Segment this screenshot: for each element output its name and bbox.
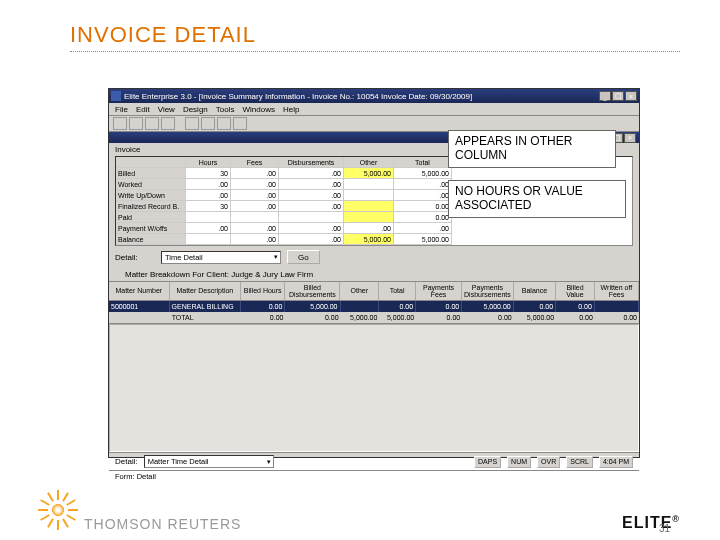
cell: 30 [186, 201, 231, 212]
toolbar-btn[interactable] [145, 117, 159, 130]
slide-title: INVOICE DETAIL [0, 0, 720, 51]
col-header[interactable]: Billed Hours [241, 282, 285, 300]
row-label: Worked [116, 179, 186, 190]
col-header[interactable]: Billed Value [556, 282, 595, 300]
cell: .00 [231, 223, 279, 234]
blank-grid-area [109, 324, 639, 452]
sg-header: Hours [186, 157, 231, 168]
cell [344, 190, 394, 201]
cell [344, 179, 394, 190]
cell: 0.00 [556, 301, 595, 312]
col-header[interactable]: Billed Disbursements [285, 282, 340, 300]
cell: 5,000.00 [341, 314, 380, 321]
cell: 30 [186, 168, 231, 179]
go-button[interactable]: Go [287, 250, 320, 264]
cell: 5,000.00 [394, 168, 452, 179]
footer-dropdown[interactable]: Matter Time Detail [144, 455, 274, 468]
status-item: OVR [537, 456, 560, 468]
total-label: TOTAL [170, 314, 242, 321]
menu-tools[interactable]: Tools [216, 105, 235, 114]
cell: .00 [394, 179, 452, 190]
detail-label: Detail: [115, 253, 155, 262]
cell: 0.00 [241, 301, 285, 312]
toolbar-btn[interactable] [217, 117, 231, 130]
cell: 5,000.00 [344, 168, 394, 179]
menu-view[interactable]: View [158, 105, 175, 114]
col-header[interactable]: Payments Fees [416, 282, 462, 300]
form-label: Form: Detail [109, 470, 639, 482]
sg-header: Disbursements [279, 157, 344, 168]
detail-bar: Detail: Time Detail Go [115, 250, 633, 264]
cell: 5,000.00 [379, 314, 416, 321]
cell: .00 [231, 234, 279, 245]
menu-design[interactable]: Design [183, 105, 208, 114]
row-label: Paid [116, 212, 186, 223]
col-header[interactable]: Matter Number [109, 282, 170, 300]
window-footer: Detail: Matter Time Detail DAPS NUM OVR … [109, 452, 639, 470]
sg-header: Other [344, 157, 394, 168]
cell: 5,000.00 [462, 301, 514, 312]
cell: .00 [344, 223, 394, 234]
cell: 0.00 [285, 314, 340, 321]
cell: 5,000.00 [344, 234, 394, 245]
cell: .00 [186, 179, 231, 190]
menu-file[interactable]: File [115, 105, 128, 114]
cell: 5,000.00 [394, 234, 452, 245]
detail-dropdown[interactable]: Time Detail [161, 251, 281, 264]
menu-edit[interactable]: Edit [136, 105, 150, 114]
callout-other-column: APPEARS IN OTHER COLUMN [448, 130, 616, 168]
elite-logo: ELITE® [622, 514, 680, 532]
col-header[interactable]: Total [379, 282, 416, 300]
col-header[interactable]: Written off Fees [595, 282, 639, 300]
total-row: TOTAL 0.00 0.00 5,000.00 5,000.00 0.00 0… [109, 312, 639, 324]
cell [186, 212, 231, 223]
row-label: Billed [116, 168, 186, 179]
menu-windows[interactable]: Windows [242, 105, 274, 114]
cell: .00 [186, 223, 231, 234]
toolbar-btn[interactable] [129, 117, 143, 130]
cell: .00 [279, 234, 344, 245]
close-button[interactable]: × [625, 91, 637, 101]
registered-icon: ® [672, 514, 680, 524]
col-header[interactable]: Balance [514, 282, 556, 300]
window-title: Elite Enterprise 3.0 - [Invoice Summary … [124, 92, 472, 101]
row-label: Balance [116, 234, 186, 245]
toolbar-btn[interactable] [113, 117, 127, 130]
col-header[interactable]: Matter Description [170, 282, 242, 300]
toolbar-btn[interactable] [161, 117, 175, 130]
cell: .00 [279, 179, 344, 190]
maximize-button[interactable]: ▢ [612, 91, 624, 101]
child-close[interactable]: × [624, 133, 636, 143]
thomson-reuters-label: THOMSON REUTERS [84, 516, 241, 532]
grid-headers: Matter Number Matter Description Billed … [109, 281, 639, 301]
sg-header [116, 157, 186, 168]
cell [595, 301, 639, 312]
cell: 0.00 [595, 314, 639, 321]
cell: GENERAL BILLING [170, 301, 242, 312]
cell: 0.00 [394, 212, 452, 223]
sg-header: Fees [231, 157, 279, 168]
row-label: Write Up/Down [116, 190, 186, 201]
col-header[interactable]: Payments Disbursements [462, 282, 514, 300]
cell: 0.00 [462, 314, 514, 321]
toolbar-btn[interactable] [233, 117, 247, 130]
cell: .00 [279, 223, 344, 234]
toolbar-btn[interactable] [185, 117, 199, 130]
cell: 5,000.00 [285, 301, 340, 312]
toolbar-btn[interactable] [201, 117, 215, 130]
minimize-button[interactable]: _ [599, 91, 611, 101]
data-row[interactable]: 5000001 GENERAL BILLING 0.00 5,000.00 0.… [109, 301, 639, 312]
cell: 0.00 [379, 301, 416, 312]
window-titlebar: Elite Enterprise 3.0 - [Invoice Summary … [109, 89, 639, 103]
cell: .00 [231, 201, 279, 212]
thomson-reuters-icon [40, 492, 76, 528]
cell: .00 [231, 190, 279, 201]
row-label: Finalized Record B. [116, 201, 186, 212]
cell: 0.00 [394, 201, 452, 212]
cell: .00 [279, 168, 344, 179]
status-item: DAPS [474, 456, 501, 468]
cell: 0.00 [416, 314, 462, 321]
menu-help[interactable]: Help [283, 105, 299, 114]
col-header[interactable]: Other [340, 282, 379, 300]
client-line: Matter Breakdown For Client: Judge & Jur… [109, 268, 639, 281]
